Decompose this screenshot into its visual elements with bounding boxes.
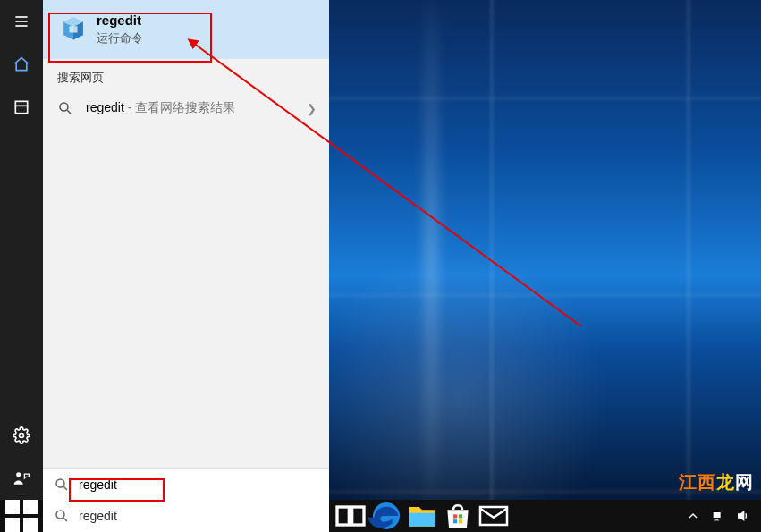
- svg-rect-23: [459, 514, 462, 518]
- svg-rect-29: [714, 520, 719, 521]
- apps-icon[interactable]: [0, 86, 43, 129]
- svg-point-16: [56, 511, 64, 519]
- tray-network-icon[interactable]: [706, 509, 731, 523]
- svg-line-17: [63, 518, 67, 521]
- svg-rect-13: [23, 500, 38, 514]
- svg-rect-19: [352, 507, 364, 525]
- best-match-result[interactable]: regedit 运行命令: [43, 0, 329, 59]
- watermark: 江西龙网: [679, 470, 754, 494]
- search-rail: [0, 0, 43, 500]
- svg-rect-26: [480, 507, 507, 525]
- svg-point-10: [56, 479, 64, 487]
- best-match-subtitle: 运行命令: [97, 30, 311, 46]
- search-icon: [54, 508, 70, 524]
- svg-rect-27: [714, 512, 721, 518]
- svg-line-9: [67, 110, 71, 114]
- regedit-icon: [57, 13, 89, 45]
- search-input-row[interactable]: [43, 468, 329, 500]
- mail-button[interactable]: [476, 500, 512, 532]
- svg-point-8: [60, 103, 68, 111]
- feedback-icon[interactable]: [0, 457, 43, 500]
- home-icon[interactable]: [0, 43, 43, 86]
- chevron-right-icon: ❯: [307, 102, 317, 115]
- menu-icon[interactable]: [0, 0, 43, 43]
- svg-rect-28: [715, 519, 718, 519]
- web-result-hint: - 查看网络搜索结果: [124, 100, 235, 114]
- best-match-title: regedit: [97, 13, 311, 28]
- svg-line-11: [63, 486, 67, 490]
- taskbar: regedit: [0, 500, 761, 532]
- svg-rect-24: [453, 519, 457, 523]
- svg-rect-25: [459, 519, 462, 523]
- search-icon: [54, 477, 70, 493]
- svg-rect-7: [70, 26, 78, 32]
- svg-marker-30: [739, 511, 744, 519]
- taskbar-search-text: regedit: [79, 509, 117, 523]
- svg-rect-14: [5, 518, 20, 532]
- settings-icon[interactable]: [0, 414, 43, 457]
- svg-rect-18: [337, 507, 349, 525]
- start-button[interactable]: [0, 500, 43, 532]
- svg-rect-12: [5, 500, 20, 514]
- search-icon: [57, 100, 73, 116]
- task-view-button[interactable]: [333, 500, 368, 532]
- svg-rect-21: [409, 513, 435, 527]
- web-result-query: regedit: [86, 100, 124, 114]
- svg-rect-22: [453, 514, 457, 518]
- taskbar-search[interactable]: regedit: [43, 500, 329, 532]
- svg-rect-15: [23, 518, 38, 532]
- tray-volume-icon[interactable]: [731, 509, 756, 523]
- svg-point-6: [16, 472, 21, 477]
- svg-point-5: [20, 434, 24, 438]
- search-input[interactable]: [79, 477, 258, 492]
- search-panel: regedit 运行命令 搜索网页 regedit - 查看网络搜索结果 ❯: [43, 0, 329, 500]
- tray-up-icon[interactable]: [681, 509, 706, 523]
- svg-rect-3: [15, 101, 27, 113]
- edge-button[interactable]: [368, 500, 404, 532]
- store-button[interactable]: [440, 500, 476, 532]
- web-search-result[interactable]: regedit - 查看网络搜索结果 ❯: [43, 91, 329, 125]
- web-section-header: 搜索网页: [43, 59, 329, 91]
- explorer-button[interactable]: [404, 500, 440, 532]
